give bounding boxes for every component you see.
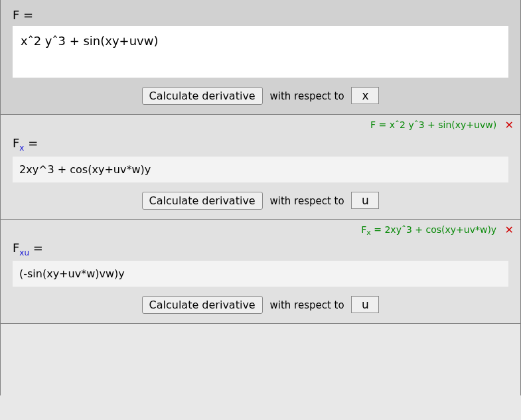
corner-subscript: x	[366, 228, 371, 237]
function-expression-input[interactable]	[13, 26, 508, 78]
derivative-variable-input[interactable]	[351, 87, 379, 104]
derivative-expression-input[interactable]	[13, 261, 508, 287]
label-symbol: F	[13, 241, 19, 255]
derivative-step-panel: F = xˆ2 yˆ3 + sin(xy+uvw) ✕ Fx = Calcula…	[0, 115, 521, 220]
step-source-expression: Fx = 2xyˆ3 + cos(xy+uv*w)y ✕	[361, 224, 514, 237]
close-icon[interactable]: ✕	[505, 224, 514, 236]
equals-sign: =	[33, 241, 43, 255]
derivative-label: Fx =	[13, 136, 508, 153]
with-respect-to-label: with respect to	[269, 195, 344, 207]
equals-sign: =	[28, 136, 38, 150]
corner-expression: xˆ2 yˆ3 + sin(xy+uvw)	[390, 119, 496, 130]
label-symbol: F	[13, 136, 19, 150]
corner-expression: 2xyˆ3 + cos(xy+uv*w)y	[384, 224, 496, 234]
equals-sign: =	[23, 8, 33, 22]
controls-row: Calculate derivative with respect to	[13, 192, 508, 210]
derivative-expression-input[interactable]	[13, 157, 508, 182]
calculate-derivative-button[interactable]: Calculate derivative	[142, 87, 263, 105]
label-subscript: xu	[19, 247, 29, 257]
step-source-expression: F = xˆ2 yˆ3 + sin(xy+uvw) ✕	[370, 119, 514, 132]
function-input-panel: F = Calculate derivative with respect to	[0, 0, 521, 115]
function-symbol: F	[13, 8, 19, 22]
equals-sign: =	[374, 224, 382, 234]
derivative-label: Fxu =	[13, 241, 508, 257]
controls-row: Calculate derivative with respect to	[13, 296, 508, 314]
calculate-derivative-button[interactable]: Calculate derivative	[142, 192, 263, 210]
function-label: F =	[13, 8, 508, 22]
close-icon[interactable]: ✕	[505, 119, 514, 131]
derivative-variable-input[interactable]	[351, 192, 379, 209]
empty-panel	[0, 324, 521, 395]
calculate-derivative-button[interactable]: Calculate derivative	[142, 296, 263, 314]
controls-row: Calculate derivative with respect to	[13, 87, 508, 105]
derivative-variable-input[interactable]	[351, 296, 379, 313]
with-respect-to-label: with respect to	[269, 299, 344, 311]
corner-symbol: F	[370, 119, 376, 130]
label-subscript: x	[19, 143, 24, 153]
with-respect-to-label: with respect to	[269, 90, 344, 102]
derivative-step-panel: Fx = 2xyˆ3 + cos(xy+uv*w)y ✕ Fxu = Calcu…	[0, 220, 521, 324]
equals-sign: =	[379, 119, 387, 130]
